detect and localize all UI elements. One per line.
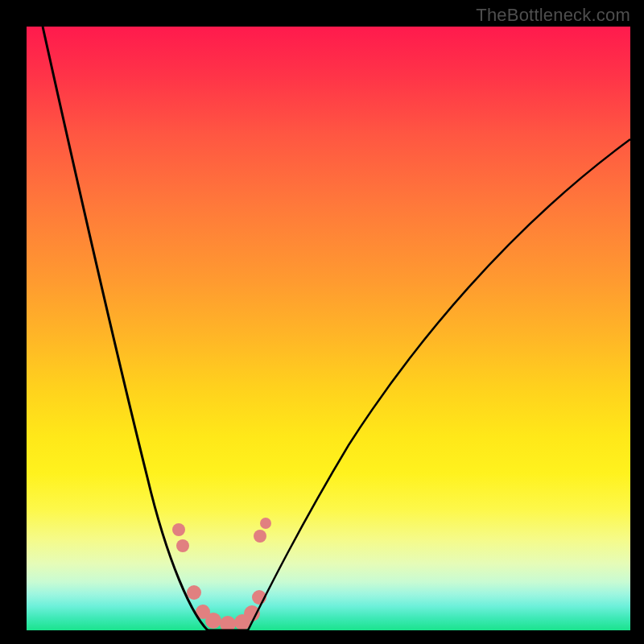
marker-left-5 [205, 613, 221, 629]
marker-right-5 [260, 518, 271, 529]
curves-svg [27, 27, 630, 630]
marker-left-1 [172, 523, 185, 536]
plot-area [27, 27, 630, 630]
marker-left-2 [176, 539, 189, 552]
marker-left-3 [187, 585, 201, 600]
marker-right-4 [254, 530, 266, 543]
watermark-text: TheBottleneck.com [476, 5, 630, 26]
marker-right-2 [244, 605, 260, 621]
chart-frame: TheBottleneck.com [0, 0, 644, 644]
marker-left-6 [220, 616, 236, 630]
right-curve [248, 139, 630, 630]
